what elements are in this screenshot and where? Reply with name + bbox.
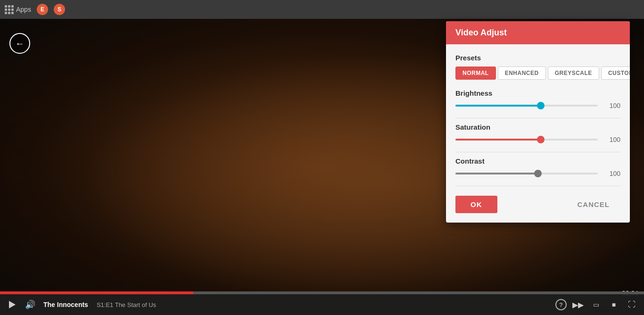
controls-row: 🔊 The Innocents S1:E1 The Start of Us ? … xyxy=(0,294,644,315)
volume-button[interactable]: 🔊 xyxy=(24,298,37,311)
contrast-slider[interactable] xyxy=(455,173,598,174)
saturation-slider[interactable] xyxy=(455,139,598,141)
ok-button[interactable]: OK xyxy=(455,196,497,213)
fullscreen-button[interactable]: ⛶ xyxy=(625,298,638,311)
audio-button[interactable]: ■ xyxy=(607,298,620,311)
next-button[interactable]: ▶▶ xyxy=(571,298,585,311)
brightness-fill xyxy=(455,105,541,107)
help-button[interactable]: ? xyxy=(555,299,567,310)
preset-greyscale-button[interactable]: GREYSCALE xyxy=(548,66,599,80)
contrast-section: Contrast 100 xyxy=(455,157,620,177)
adjust-buttons-row: OK CANCEL xyxy=(455,191,620,213)
presets-label: Presets xyxy=(455,54,620,62)
back-button[interactable]: ← xyxy=(9,33,30,54)
contrast-label: Contrast xyxy=(455,157,620,165)
preset-enhanced-button[interactable]: ENHANCED xyxy=(498,66,546,80)
apps-label: Apps xyxy=(16,6,31,13)
video-adjust-panel: Video Adjust Presets NORMAL ENHANCED GRE… xyxy=(446,21,630,223)
favicon-e[interactable]: E xyxy=(37,4,48,15)
video-title: The Innocents xyxy=(43,301,88,308)
saturation-thumb[interactable] xyxy=(537,136,545,143)
video-episode: S1:E1 The Start of Us xyxy=(97,301,156,308)
brightness-section: Brightness 100 xyxy=(455,89,620,109)
subtitles-button[interactable]: ▭ xyxy=(589,298,603,311)
contrast-fill xyxy=(455,173,538,174)
favicon-s[interactable]: S xyxy=(54,4,65,15)
preset-custom-button[interactable]: CUSTOM xyxy=(601,66,630,80)
saturation-slider-row: 100 xyxy=(455,136,620,143)
controls-bar: 🔊 The Innocents S1:E1 The Start of Us ? … xyxy=(0,291,644,315)
presets-row: NORMAL ENHANCED GREYSCALE CUSTOM xyxy=(455,66,620,80)
topbar: Apps E S xyxy=(0,0,644,19)
divider-3 xyxy=(455,186,620,186)
brightness-label: Brightness xyxy=(455,89,620,97)
apps-grid-icon xyxy=(5,5,14,14)
brightness-thumb[interactable] xyxy=(537,102,545,109)
brightness-value: 100 xyxy=(603,102,620,109)
adjust-panel-title: Video Adjust xyxy=(455,28,507,37)
saturation-section: Saturation 100 xyxy=(455,123,620,143)
brightness-slider-row: 100 xyxy=(455,102,620,109)
contrast-slider-row: 100 xyxy=(455,170,620,177)
saturation-label: Saturation xyxy=(455,123,620,131)
progress-bar[interactable] xyxy=(0,291,644,294)
volume-icon: 🔊 xyxy=(25,299,35,310)
back-arrow-icon: ← xyxy=(15,39,25,48)
controls-right: ? ▶▶ ▭ ■ ⛶ xyxy=(555,298,638,311)
main-area: ← 33:34 🔊 The Innocents S1:E1 The Start … xyxy=(0,19,644,315)
cancel-button[interactable]: CANCEL xyxy=(578,200,610,208)
preset-normal-button[interactable]: NORMAL xyxy=(455,66,496,80)
adjust-panel-header: Video Adjust xyxy=(446,21,630,44)
divider-1 xyxy=(455,118,620,118)
play-icon xyxy=(9,301,16,308)
divider-2 xyxy=(455,152,620,152)
progress-fill xyxy=(0,291,193,294)
adjust-panel-body: Presets NORMAL ENHANCED GREYSCALE CUSTOM… xyxy=(446,44,630,223)
saturation-fill xyxy=(455,139,541,141)
saturation-value: 100 xyxy=(603,136,620,143)
brightness-slider[interactable] xyxy=(455,105,598,107)
contrast-value: 100 xyxy=(603,170,620,177)
apps-launcher[interactable]: Apps xyxy=(5,5,31,14)
play-button[interactable] xyxy=(6,298,19,311)
contrast-thumb[interactable] xyxy=(534,170,542,177)
